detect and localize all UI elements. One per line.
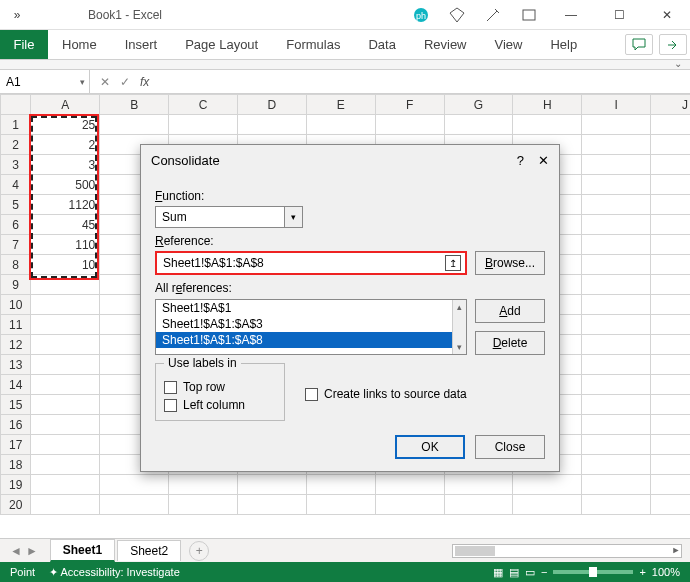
cell[interactable] (100, 495, 169, 515)
zoom-slider[interactable] (553, 570, 633, 574)
cell[interactable] (651, 115, 690, 135)
cell[interactable] (31, 315, 100, 335)
column-header[interactable]: A (31, 95, 100, 115)
close-app-button[interactable]: ✕ (650, 8, 684, 22)
cell[interactable] (651, 435, 690, 455)
cell[interactable] (31, 395, 100, 415)
tab-data[interactable]: Data (354, 30, 409, 59)
cell[interactable] (31, 495, 100, 515)
list-item[interactable]: Sheet1!$A$1:$A$3 (156, 316, 466, 332)
cell[interactable] (169, 115, 238, 135)
cell[interactable] (651, 335, 690, 355)
namebox-dropdown-icon[interactable]: ▾ (80, 77, 85, 87)
scroll-up-icon[interactable]: ▴ (453, 300, 466, 314)
cell[interactable] (100, 115, 169, 135)
row-header[interactable]: 12 (1, 335, 31, 355)
cell[interactable] (582, 275, 651, 295)
row-header[interactable]: 15 (1, 395, 31, 415)
cell[interactable] (582, 195, 651, 215)
add-button[interactable]: Add (475, 299, 545, 323)
cell[interactable] (31, 415, 100, 435)
zoom-in-button[interactable]: + (639, 566, 645, 578)
cell[interactable] (582, 175, 651, 195)
cell[interactable] (651, 255, 690, 275)
cell[interactable] (651, 195, 690, 215)
cell[interactable] (582, 355, 651, 375)
function-dropdown-icon[interactable]: ▾ (285, 206, 303, 228)
cell[interactable] (651, 315, 690, 335)
cell[interactable] (169, 495, 238, 515)
cell[interactable]: 25 (31, 115, 100, 135)
cell[interactable] (651, 375, 690, 395)
left-column-checkbox[interactable]: Left column (164, 398, 276, 412)
row-header[interactable]: 16 (1, 415, 31, 435)
comments-button[interactable] (625, 34, 653, 55)
cell[interactable] (651, 475, 690, 495)
column-header[interactable]: D (237, 95, 306, 115)
diamond-icon[interactable] (446, 4, 468, 26)
tab-view[interactable]: View (481, 30, 537, 59)
new-sheet-button[interactable]: + (189, 541, 209, 561)
column-header[interactable]: H (513, 95, 582, 115)
cell[interactable] (582, 315, 651, 335)
wand-icon[interactable] (482, 4, 504, 26)
cell[interactable] (444, 475, 513, 495)
file-tab[interactable]: File (0, 30, 48, 59)
cell[interactable]: 2 (31, 135, 100, 155)
create-links-checkbox[interactable]: Create links to source data (305, 387, 467, 401)
share-button[interactable] (659, 34, 687, 55)
sheet-tab-other[interactable]: Sheet2 (117, 540, 181, 561)
minimize-button[interactable]: — (554, 8, 588, 22)
cell[interactable] (306, 495, 375, 515)
row-header[interactable]: 3 (1, 155, 31, 175)
cell[interactable] (582, 155, 651, 175)
range-picker-icon[interactable]: ↥ (445, 255, 461, 271)
row-header[interactable]: 9 (1, 275, 31, 295)
cell[interactable] (651, 155, 690, 175)
row-header[interactable]: 20 (1, 495, 31, 515)
delete-button[interactable]: Delete (475, 331, 545, 355)
row-header[interactable]: 13 (1, 355, 31, 375)
listbox-scrollbar[interactable]: ▴ ▾ (452, 300, 466, 354)
cell[interactable] (513, 115, 582, 135)
cell[interactable] (444, 495, 513, 515)
fx-icon[interactable]: fx (140, 75, 149, 89)
cell[interactable] (31, 455, 100, 475)
accessibility-status[interactable]: ✦ Accessibility: Investigate (49, 566, 180, 579)
dialog-help-icon[interactable]: ? (517, 153, 524, 168)
browse-button[interactable]: Browse... (475, 251, 545, 275)
cell[interactable]: 110 (31, 235, 100, 255)
cell[interactable] (582, 435, 651, 455)
row-header[interactable]: 17 (1, 435, 31, 455)
cell[interactable] (582, 455, 651, 475)
cell[interactable]: 10 (31, 255, 100, 275)
cell[interactable] (582, 135, 651, 155)
sheet-tab-active[interactable]: Sheet1 (50, 539, 115, 562)
cell[interactable]: 1120 (31, 195, 100, 215)
list-item[interactable]: Sheet1!$A$1 (156, 300, 466, 316)
cell[interactable] (31, 335, 100, 355)
top-row-checkbox[interactable]: Top row (164, 380, 276, 394)
cell[interactable] (513, 475, 582, 495)
close-button[interactable]: Close (475, 435, 545, 459)
sheet-nav-next-icon[interactable]: ► (26, 544, 38, 558)
cell[interactable] (31, 475, 100, 495)
cell[interactable] (651, 455, 690, 475)
row-header[interactable]: 8 (1, 255, 31, 275)
cell[interactable] (651, 235, 690, 255)
cell[interactable] (31, 275, 100, 295)
scroll-right-icon[interactable]: ► (670, 545, 682, 557)
cell[interactable] (31, 375, 100, 395)
horizontal-scrollbar[interactable]: ◄ ► (452, 544, 682, 558)
column-header[interactable]: B (100, 95, 169, 115)
ribbon-collapse[interactable]: ⌄ (0, 60, 690, 70)
cell[interactable] (31, 355, 100, 375)
cell[interactable] (169, 475, 238, 495)
cell[interactable] (375, 115, 444, 135)
cell[interactable] (582, 495, 651, 515)
cell[interactable] (582, 395, 651, 415)
cell[interactable] (651, 175, 690, 195)
cell[interactable] (651, 395, 690, 415)
row-header[interactable]: 18 (1, 455, 31, 475)
column-header[interactable]: I (582, 95, 651, 115)
